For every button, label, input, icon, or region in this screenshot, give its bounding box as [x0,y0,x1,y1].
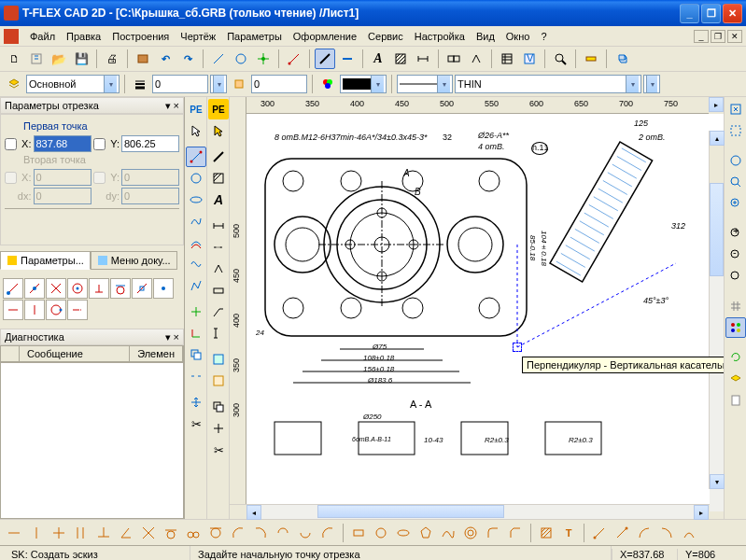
vt-spline-icon[interactable] [186,211,206,231]
layers-icon[interactable] [4,74,24,94]
minimize-button[interactable]: _ [680,4,699,23]
menu-construct[interactable]: Построения [106,29,175,44]
menu-settings[interactable]: Настройка [409,29,471,44]
bt-circle-icon[interactable] [371,523,391,543]
menu-service[interactable]: Сервис [362,29,409,44]
vt-move-icon[interactable] [186,392,206,413]
zoom-icon[interactable] [550,49,570,69]
diag-list[interactable] [0,362,184,519]
y1-check[interactable] [93,138,106,150]
undo-icon[interactable] [155,49,176,69]
3d-icon[interactable] [612,49,632,69]
new-wizard-icon[interactable] [26,49,47,69]
snap-center-icon[interactable] [67,278,88,299]
doc-close-button[interactable]: ✕ [727,30,742,43]
library-icon[interactable] [133,49,153,69]
snap-vert-icon[interactable] [24,300,45,320]
text-icon[interactable]: A [368,49,388,69]
bt-tangent1-icon[interactable] [161,523,181,543]
diag-col-element[interactable]: Элемен [130,346,183,361]
width-dd[interactable]: ▾ [210,75,227,93]
print-icon[interactable] [102,49,122,69]
variables-icon[interactable]: V [519,49,540,69]
zoom-fit-icon[interactable] [725,99,746,119]
open-icon[interactable] [49,49,69,69]
bt-spline2-icon[interactable] [438,523,458,543]
zoom-out-icon[interactable]: - [725,245,746,265]
snap-tangent-icon[interactable] [110,278,131,299]
vt2-pe-icon[interactable]: PE [208,99,229,119]
vt-path-icon[interactable] [186,275,206,296]
diag-col-message[interactable]: Сообщение [20,346,130,361]
bt-offset2-icon[interactable] [460,523,481,543]
bt-text2-icon[interactable]: T [558,523,579,543]
level-input[interactable] [251,75,307,93]
width-input[interactable] [152,75,208,93]
snap-node-icon[interactable] [153,278,174,299]
roughness-icon[interactable] [466,49,486,69]
vt-ellipse-icon[interactable] [186,189,206,210]
linetype-combo[interactable]: THIN▾ [455,75,641,93]
menu-view[interactable]: Вид [471,29,500,44]
vt-func-icon[interactable] [186,254,206,274]
vt2-sketch-icon[interactable] [208,147,229,167]
snap-quad-icon[interactable] [46,300,66,320]
redo-icon[interactable] [177,49,198,69]
grid-icon[interactable] [725,296,746,316]
vt2-tol-icon[interactable] [208,280,229,301]
vt-cut-icon[interactable] [186,413,206,434]
vt2-frag-icon[interactable] [208,349,229,370]
segment-icon[interactable] [315,49,335,69]
bt-bisect-icon[interactable] [138,523,159,543]
draw-line-icon[interactable] [337,49,358,69]
sketch-icon[interactable] [284,49,304,69]
bt-seg3-icon[interactable] [634,523,655,543]
bt-seg2-icon[interactable] [612,523,632,543]
snap-ext-icon[interactable] [67,300,88,320]
params-panel-header[interactable]: Параметры отрезка ▾ × [0,97,184,114]
snap-endpoint-icon[interactable] [3,278,23,299]
vt2-section-icon[interactable] [208,323,229,343]
vt2-text-icon[interactable]: A [208,189,229,210]
bt-ellipse-icon[interactable] [393,523,414,543]
linetype-dd2[interactable]: ▾ [643,75,660,93]
bt-seg1-icon[interactable] [589,523,610,543]
tolerance-icon[interactable] [443,49,464,69]
vt-copy-icon[interactable] [186,344,206,365]
bt-arc1-icon[interactable] [228,523,248,543]
color-icon[interactable] [317,74,338,94]
scrollbar-vertical[interactable]: ▴ ▾ [709,131,724,489]
drawing-canvas[interactable]: 8 omB.M12-6H37min-46A*/34±0.3x45-3* 32 Ø… [246,114,724,504]
bt-hatch2-icon[interactable] [536,523,556,543]
snap-near-icon[interactable] [132,278,152,299]
bt-perp-icon[interactable] [93,523,114,543]
menu-params[interactable]: Параметры [221,29,288,44]
save-icon[interactable] [71,49,91,69]
vt2-move-icon[interactable] [208,418,229,439]
bt-fillet-icon[interactable] [483,523,503,543]
color-combo[interactable]: ▾ [340,75,387,93]
scroll-down-icon[interactable]: ▾ [710,474,725,489]
vt-pe-icon[interactable]: PE [186,99,206,119]
menu-drawing[interactable]: Чертёж [175,29,221,44]
line-icon[interactable] [208,49,229,69]
ruler-button[interactable]: ▸ [709,97,724,112]
ruler-vertical[interactable]: 300 350 400 450 500 [230,114,246,504]
scroll-right-icon[interactable]: ▸ [694,505,709,520]
maximize-button[interactable]: ❐ [701,4,721,23]
new-icon[interactable] [4,49,24,69]
linetype-preview[interactable]: ▾ [397,75,453,93]
level-icon[interactable] [229,74,249,94]
vt2-dim-icon[interactable] [208,216,229,236]
menu-edit[interactable]: Правка [61,29,106,44]
ruler-horizontal[interactable]: 300 350 400 450 500 550 600 650 700 750 [246,97,709,114]
page-icon[interactable] [725,390,746,411]
vt-break-icon[interactable] [186,366,206,386]
bt-chamfer-icon[interactable] [505,523,526,543]
snap-intersect-icon[interactable] [46,278,66,299]
bt-arc3-icon[interactable] [273,523,293,543]
bt-hline-icon[interactable] [4,523,24,543]
snap-midpoint-icon[interactable] [24,278,45,299]
menu-help[interactable]: ? [535,29,552,44]
vt-offset-icon[interactable] [186,232,206,253]
